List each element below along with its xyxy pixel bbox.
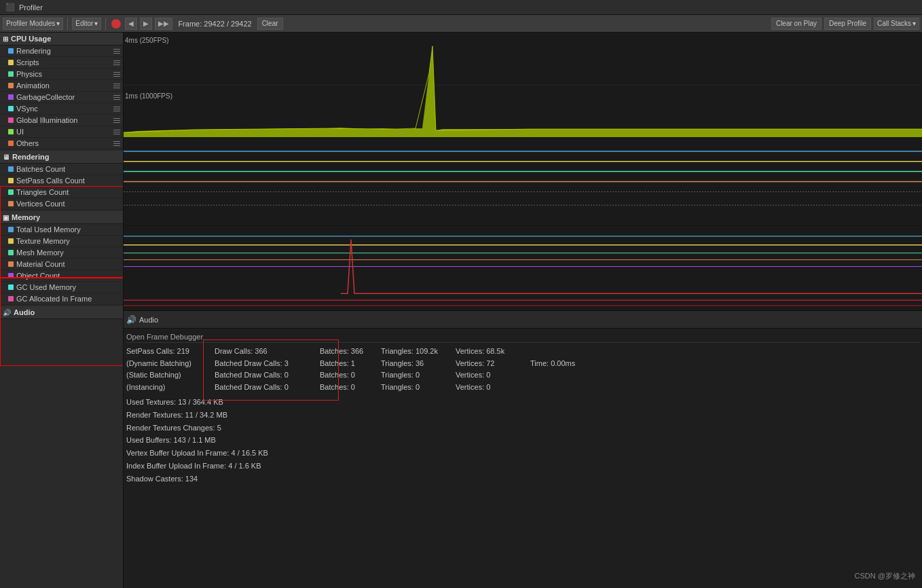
audio-section-label: Audio [14, 308, 35, 316]
audio-panel-icon: 🔊 [126, 315, 136, 325]
physics-label: Physics [16, 70, 111, 78]
sidebar-item-scripts[interactable]: Scripts [0, 57, 123, 69]
batches-color [8, 166, 14, 172]
editor-label: Editor [75, 20, 93, 27]
batched-draw-3-text: Batched Draw Calls: 0 [215, 383, 289, 391]
total-memory-color [8, 227, 14, 232]
vsync-menu [113, 107, 120, 111]
audio-section-header[interactable]: 🔊 Audio [0, 306, 123, 319]
sidebar-item-triangles[interactable]: Triangles Count [0, 187, 123, 198]
debug-draw-calls: Draw Calls: 366 Batched Draw Calls: 3 Ba… [215, 346, 320, 393]
cpu-chart-svg [124, 33, 922, 137]
sidebar-item-texture-memory[interactable]: Texture Memory [0, 236, 123, 247]
next-frame-button[interactable]: ▶ [140, 18, 152, 30]
dropdown-arrow-icon: ▾ [56, 20, 60, 27]
rendering-color [8, 48, 14, 54]
memory-section-label: Memory [12, 213, 40, 221]
gc-used-color [8, 284, 14, 290]
others-label: Others [16, 139, 111, 147]
setpass-calls-text: SetPass Calls: 219 [126, 347, 189, 355]
content-area: 4ms (250FPS) 1ms (1000FPS) [124, 33, 922, 588]
rendering-chart-svg [124, 138, 922, 225]
dynamic-batching-text: (Dynamic Batching) [126, 359, 191, 367]
sidebar-item-gc[interactable]: GarbageCollector [0, 92, 123, 103]
sidebar-item-others[interactable]: Others [0, 138, 123, 149]
last-frame-button[interactable]: ▶▶ [155, 18, 172, 30]
sidebar-item-vsync[interactable]: VSync [0, 103, 123, 115]
triangles-color [8, 189, 14, 195]
vertices-2-text: Vertices: 0 [456, 371, 490, 379]
audio-icon: 🔊 [3, 309, 11, 316]
deep-profile-button[interactable]: Deep Profile [824, 18, 871, 30]
audio-panel-label: Audio [139, 316, 158, 324]
batches-3-text: Batches: 0 [320, 383, 355, 391]
title-bar: ⬛ Profiler [0, 0, 922, 15]
prev-frame-button[interactable]: ◀ [125, 18, 137, 30]
sidebar-item-mesh-memory[interactable]: Mesh Memory [0, 247, 123, 259]
sidebar-item-total-memory[interactable]: Total Used Memory [0, 224, 123, 236]
rendering-section-header[interactable]: 🖥 Rendering [0, 151, 123, 164]
gc-used-label: GC Used Memory [16, 283, 120, 291]
cpu-label-1ms: 1ms (1000FPS) [125, 92, 172, 100]
gc-label: GarbageCollector [16, 93, 111, 101]
frame-counter: Frame: 29422 / 29422 [175, 20, 254, 28]
ui-color [8, 129, 14, 134]
record-button[interactable] [111, 19, 121, 29]
profiler-modules-dropdown[interactable]: Profiler Modules ▾ [3, 18, 63, 30]
ui-label: UI [16, 128, 111, 136]
frame-debugger-panel: Open Frame Debugger SetPass Calls: 219 (… [124, 329, 922, 588]
cpu-icon: ⊞ [3, 35, 8, 43]
texture-memory-label: Texture Memory [16, 237, 120, 245]
cpu-chart-panel: 4ms (250FPS) 1ms (1000FPS) [124, 33, 922, 138]
call-stacks-dropdown[interactable]: Call Stacks ▾ [874, 18, 919, 30]
memory-section-header[interactable]: ▣ Memory [0, 211, 123, 224]
gc-menu [113, 95, 120, 100]
sidebar-item-vertices[interactable]: Vertices Count [0, 198, 123, 210]
editor-dropdown[interactable]: Editor ▾ [72, 18, 101, 30]
sidebar-item-gi[interactable]: Global Illumination [0, 115, 123, 126]
sidebar-item-animation[interactable]: Animation [0, 80, 123, 92]
sidebar-item-object-count[interactable]: Object Count [0, 270, 123, 282]
cpu-section-header[interactable]: ⊞ CPU Usage [0, 33, 123, 45]
memory-chart-panel [124, 226, 922, 311]
sidebar-item-physics[interactable]: Physics [0, 69, 123, 80]
debug-time: Time: 0.00ms [530, 346, 598, 393]
cpu-label-4ms: 4ms (250FPS) [125, 37, 168, 44]
watermark: CSDN @罗修之神 [855, 571, 915, 581]
draw-calls-text: Draw Calls: 366 [215, 347, 268, 355]
debug-batches: Batches: 366 Batches: 1 Batches: 0 Batch… [320, 346, 381, 393]
debug-triangles: Triangles: 109.2k Triangles: 36 Triangle… [381, 346, 456, 393]
sidebar-item-rendering[interactable]: Rendering [0, 45, 123, 57]
sidebar-item-batches[interactable]: Batches Count [0, 164, 123, 175]
debug-info-area: SetPass Calls: 219 (Dynamic Batching) (S… [126, 346, 919, 485]
call-stacks-arrow-icon: ▾ [912, 20, 916, 27]
debug-extra-stats: Used Textures: 13 / 364.4 KB Render Text… [126, 396, 919, 485]
sidebar-item-ui[interactable]: UI [0, 126, 123, 138]
right-toolbar: Clear on Play Deep Profile Call Stacks ▾ [771, 18, 919, 30]
frame-debugger-header[interactable]: Open Frame Debugger [126, 331, 919, 343]
sidebar-item-setpass[interactable]: SetPass Calls Count [0, 175, 123, 187]
gc-alloc-color [8, 296, 14, 301]
setpass-label: SetPass Calls Count [16, 177, 120, 185]
others-menu [113, 141, 120, 146]
gi-label: Global Illumination [16, 116, 111, 124]
clear-on-play-button[interactable]: Clear on Play [771, 18, 822, 30]
debug-setpass: SetPass Calls: 219 (Dynamic Batching) (S… [126, 346, 215, 393]
sidebar-item-material-count[interactable]: Material Count [0, 259, 123, 270]
scripts-label: Scripts [16, 58, 111, 67]
batches-text: Batches: 366 [320, 347, 363, 355]
svg-rect-9 [124, 226, 922, 310]
texture-memory-color [8, 238, 14, 244]
instancing-text: (Instancing) [126, 383, 165, 391]
cpu-section-label: CPU Usage [11, 35, 51, 43]
sidebar-item-gc-alloc[interactable]: GC Allocated In Frame [0, 293, 123, 305]
clear-button[interactable]: Clear [257, 18, 283, 30]
debug-vertices: Vertices: 68.5k Vertices: 72 Vertices: 0… [456, 346, 530, 393]
vertices-color [8, 201, 14, 206]
batches-2-text: Batches: 0 [320, 371, 355, 379]
audio-panel: 🔊 Audio [124, 311, 922, 329]
sidebar-item-gc-used[interactable]: GC Used Memory [0, 282, 123, 293]
shadow-casters-row: Shadow Casters: 134 [126, 473, 919, 485]
svg-rect-0 [124, 33, 922, 137]
others-color [8, 141, 14, 146]
